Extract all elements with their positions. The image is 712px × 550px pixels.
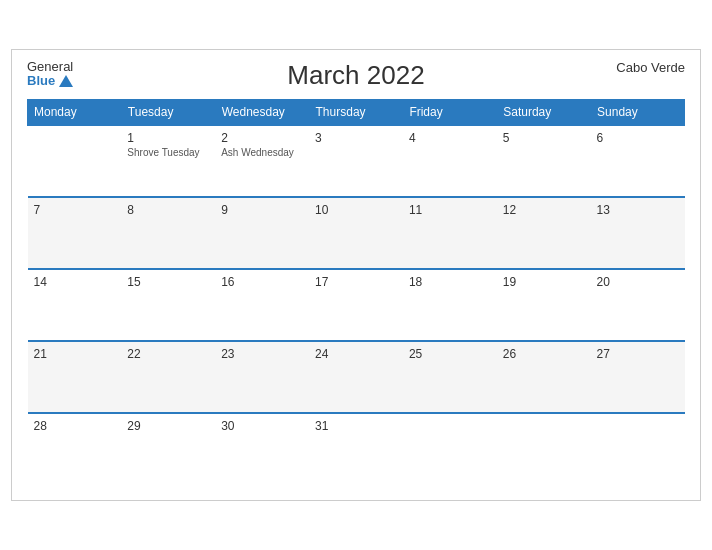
day-number: 19 (503, 275, 585, 289)
day-number: 22 (127, 347, 209, 361)
day-cell: 2Ash Wednesday (215, 125, 309, 197)
day-cell: 15 (121, 269, 215, 341)
day-number: 6 (597, 131, 679, 145)
day-cell: 29 (121, 413, 215, 485)
logo-blue-text: Blue (27, 74, 73, 88)
day-number: 31 (315, 419, 397, 433)
calendar-thead: Monday Tuesday Wednesday Thursday Friday… (28, 100, 685, 126)
calendar-header: General Blue March 2022 Cabo Verde (27, 60, 685, 91)
day-cell: 12 (497, 197, 591, 269)
day-number: 12 (503, 203, 585, 217)
day-cell: 19 (497, 269, 591, 341)
day-cell (28, 125, 122, 197)
day-cell: 10 (309, 197, 403, 269)
day-cell: 18 (403, 269, 497, 341)
day-cell: 5 (497, 125, 591, 197)
day-number: 23 (221, 347, 303, 361)
day-cell: 4 (403, 125, 497, 197)
day-number: 28 (34, 419, 116, 433)
header-row: Monday Tuesday Wednesday Thursday Friday… (28, 100, 685, 126)
day-cell: 6 (591, 125, 685, 197)
day-cell: 25 (403, 341, 497, 413)
week-row-1: 78910111213 (28, 197, 685, 269)
day-number: 5 (503, 131, 585, 145)
logo: General Blue (27, 60, 73, 89)
col-thursday: Thursday (309, 100, 403, 126)
day-cell: 24 (309, 341, 403, 413)
day-cell (497, 413, 591, 485)
day-cell: 28 (28, 413, 122, 485)
col-saturday: Saturday (497, 100, 591, 126)
day-number: 20 (597, 275, 679, 289)
day-number: 24 (315, 347, 397, 361)
day-number: 4 (409, 131, 491, 145)
day-number: 27 (597, 347, 679, 361)
day-cell: 16 (215, 269, 309, 341)
day-number: 10 (315, 203, 397, 217)
week-row-2: 14151617181920 (28, 269, 685, 341)
day-number: 25 (409, 347, 491, 361)
day-cell: 9 (215, 197, 309, 269)
day-number: 30 (221, 419, 303, 433)
day-number: 3 (315, 131, 397, 145)
calendar-title: March 2022 (287, 60, 424, 91)
day-number: 2 (221, 131, 303, 145)
logo-triangle-icon (59, 75, 73, 87)
day-cell: 3 (309, 125, 403, 197)
day-cell: 17 (309, 269, 403, 341)
day-number: 8 (127, 203, 209, 217)
day-number: 7 (34, 203, 116, 217)
day-number: 18 (409, 275, 491, 289)
holiday-text: Ash Wednesday (221, 147, 303, 158)
day-number: 17 (315, 275, 397, 289)
col-monday: Monday (28, 100, 122, 126)
col-wednesday: Wednesday (215, 100, 309, 126)
day-number: 13 (597, 203, 679, 217)
logo-general-text: General (27, 60, 73, 74)
day-cell: 7 (28, 197, 122, 269)
day-cell: 22 (121, 341, 215, 413)
holiday-text: Shrove Tuesday (127, 147, 209, 158)
day-number: 14 (34, 275, 116, 289)
day-number: 26 (503, 347, 585, 361)
region-label: Cabo Verde (616, 60, 685, 75)
col-sunday: Sunday (591, 100, 685, 126)
day-cell: 26 (497, 341, 591, 413)
col-friday: Friday (403, 100, 497, 126)
day-number: 29 (127, 419, 209, 433)
day-cell: 13 (591, 197, 685, 269)
calendar-body: 1Shrove Tuesday2Ash Wednesday34567891011… (28, 125, 685, 485)
day-cell: 20 (591, 269, 685, 341)
day-cell: 27 (591, 341, 685, 413)
day-number: 16 (221, 275, 303, 289)
day-cell: 23 (215, 341, 309, 413)
week-row-4: 28293031 (28, 413, 685, 485)
day-number: 1 (127, 131, 209, 145)
day-cell: 31 (309, 413, 403, 485)
day-cell: 1Shrove Tuesday (121, 125, 215, 197)
week-row-0: 1Shrove Tuesday2Ash Wednesday3456 (28, 125, 685, 197)
col-tuesday: Tuesday (121, 100, 215, 126)
week-row-3: 21222324252627 (28, 341, 685, 413)
day-number: 11 (409, 203, 491, 217)
day-cell (591, 413, 685, 485)
day-number: 9 (221, 203, 303, 217)
day-number: 15 (127, 275, 209, 289)
day-cell: 30 (215, 413, 309, 485)
day-cell: 21 (28, 341, 122, 413)
day-number: 21 (34, 347, 116, 361)
day-cell: 14 (28, 269, 122, 341)
calendar-grid: Monday Tuesday Wednesday Thursday Friday… (27, 99, 685, 485)
day-cell (403, 413, 497, 485)
day-cell: 8 (121, 197, 215, 269)
calendar-container: General Blue March 2022 Cabo Verde Monda… (11, 49, 701, 501)
day-cell: 11 (403, 197, 497, 269)
